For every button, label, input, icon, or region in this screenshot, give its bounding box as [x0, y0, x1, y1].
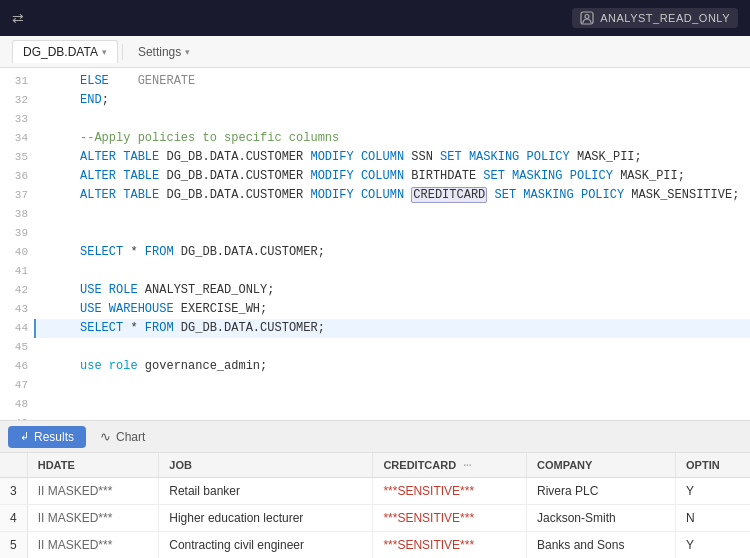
- th-job[interactable]: JOB: [159, 453, 373, 478]
- line-num-39: 39: [0, 224, 36, 242]
- line-content-38: [36, 205, 750, 224]
- code-line-44: 44 SELECT * FROM DG_DB.DATA.CUSTOMER;: [0, 319, 750, 338]
- line-content-32: END;: [36, 91, 750, 110]
- cell-optin-3: Y: [676, 478, 750, 505]
- cell-creditcard-4: ***SENSITIVE***: [373, 505, 527, 532]
- line-num-38: 38: [0, 205, 36, 223]
- results-button[interactable]: ↲ Results: [8, 426, 86, 448]
- cell-job-3: Retail banker: [159, 478, 373, 505]
- results-table: HDATE JOB CREDITCARD ··· COMPANY OPTIN 3…: [0, 453, 750, 558]
- cell-optin-5: Y: [676, 532, 750, 559]
- code-editor[interactable]: 31 ELSE GENERATE 32 END; 33 34 --Apply p…: [0, 68, 750, 420]
- top-bar-left: ⇄: [12, 10, 24, 26]
- user-icon: [580, 11, 594, 25]
- line-content-31: ELSE GENERATE: [36, 72, 750, 91]
- results-table-wrapper: HDATE JOB CREDITCARD ··· COMPANY OPTIN 3…: [0, 452, 750, 558]
- line-content-34: --Apply policies to specific columns: [36, 129, 750, 148]
- code-line-41: 41: [0, 262, 750, 281]
- th-hdate[interactable]: HDATE: [27, 453, 159, 478]
- tab-bar: DG_DB.DATA ▾ Settings ▾: [0, 36, 750, 68]
- results-arrow-icon: ↲: [20, 430, 29, 443]
- code-lines: 31 ELSE GENERATE 32 END; 33 34 --Apply p…: [0, 68, 750, 420]
- tab-separator: [122, 44, 123, 60]
- line-num-40: 40: [0, 243, 36, 261]
- cell-optin-4: N: [676, 505, 750, 532]
- line-num-48: 48: [0, 395, 36, 413]
- code-line-42: 42 USE ROLE ANALYST_READ_ONLY;: [0, 281, 750, 300]
- cell-job-4: Higher education lecturer: [159, 505, 373, 532]
- menu-icon[interactable]: ⇄: [12, 10, 24, 26]
- line-content-37: ALTER TABLE DG_DB.DATA.CUSTOMER MODIFY C…: [36, 186, 750, 205]
- code-line-43: 43 USE WAREHOUSE EXERCISE_WH;: [0, 300, 750, 319]
- col-dots-icon: ···: [463, 460, 471, 471]
- user-badge: ANALYST_READ_ONLY: [572, 8, 738, 28]
- line-num-47: 47: [0, 376, 36, 394]
- cell-company-3: Rivera PLC: [526, 478, 675, 505]
- line-num-35: 35: [0, 148, 36, 166]
- line-content-45: [36, 338, 750, 357]
- user-label: ANALYST_READ_ONLY: [600, 12, 730, 24]
- table-header-row: HDATE JOB CREDITCARD ··· COMPANY OPTIN: [0, 453, 750, 478]
- top-bar: ⇄ ANALYST_READ_ONLY: [0, 0, 750, 36]
- line-content-44: SELECT * FROM DG_DB.DATA.CUSTOMER;: [34, 319, 750, 338]
- chevron-down-icon-2: ▾: [185, 47, 190, 57]
- code-line-36: 36 ALTER TABLE DG_DB.DATA.CUSTOMER MODIF…: [0, 167, 750, 186]
- th-company[interactable]: COMPANY: [526, 453, 675, 478]
- code-line-32: 32 END;: [0, 91, 750, 110]
- line-num-41: 41: [0, 262, 36, 280]
- row-num-3: 3: [0, 478, 27, 505]
- code-line-35: 35 ALTER TABLE DG_DB.DATA.CUSTOMER MODIF…: [0, 148, 750, 167]
- line-num-32: 32: [0, 91, 36, 109]
- th-creditcard[interactable]: CREDITCARD ···: [373, 453, 527, 478]
- line-content-40: SELECT * FROM DG_DB.DATA.CUSTOMER;: [36, 243, 750, 262]
- line-content-49: [36, 414, 750, 420]
- line-num-45: 45: [0, 338, 36, 356]
- results-label: Results: [34, 430, 74, 444]
- tab-dg-db-data[interactable]: DG_DB.DATA ▾: [12, 40, 118, 63]
- th-row-num: [0, 453, 27, 478]
- line-num-49: 49: [0, 414, 36, 420]
- code-line-31: 31 ELSE GENERATE: [0, 72, 750, 91]
- line-content-43: USE WAREHOUSE EXERCISE_WH;: [36, 300, 750, 319]
- line-num-36: 36: [0, 167, 36, 185]
- code-line-45: 45: [0, 338, 750, 357]
- table-row: 3 II MASKED*** Retail banker ***SENSITIV…: [0, 478, 750, 505]
- line-content-42: USE ROLE ANALYST_READ_ONLY;: [36, 281, 750, 300]
- app-container: ⇄ ANALYST_READ_ONLY DG_DB.DATA ▾ Setting…: [0, 0, 750, 558]
- line-content-36: ALTER TABLE DG_DB.DATA.CUSTOMER MODIFY C…: [36, 167, 750, 186]
- chart-button[interactable]: ∿ Chart: [90, 425, 155, 448]
- code-line-46: 46 use role governance_admin;: [0, 357, 750, 376]
- cell-creditcard-3: ***SENSITIVE***: [373, 478, 527, 505]
- cell-hdate-4: II MASKED***: [27, 505, 159, 532]
- line-content-33: [36, 110, 750, 129]
- code-line-33: 33: [0, 110, 750, 129]
- code-line-34: 34 --Apply policies to specific columns: [0, 129, 750, 148]
- line-num-37: 37: [0, 186, 36, 204]
- code-line-47: 47: [0, 376, 750, 395]
- line-content-39: [36, 224, 750, 243]
- chevron-down-icon: ▾: [102, 47, 107, 57]
- cell-creditcard-5: ***SENSITIVE***: [373, 532, 527, 559]
- cell-job-5: Contracting civil engineer: [159, 532, 373, 559]
- tab-settings[interactable]: Settings ▾: [127, 40, 201, 63]
- line-num-31: 31: [0, 72, 36, 90]
- th-optin[interactable]: OPTIN: [676, 453, 750, 478]
- table-row: 5 II MASKED*** Contracting civil enginee…: [0, 532, 750, 559]
- line-num-43: 43: [0, 300, 36, 318]
- cell-company-5: Banks and Sons: [526, 532, 675, 559]
- code-line-38: 38: [0, 205, 750, 224]
- row-num-5: 5: [0, 532, 27, 559]
- code-line-49: 49: [0, 414, 750, 420]
- cell-hdate-5: II MASKED***: [27, 532, 159, 559]
- line-content-35: ALTER TABLE DG_DB.DATA.CUSTOMER MODIFY C…: [36, 148, 750, 167]
- code-line-39: 39: [0, 224, 750, 243]
- svg-point-1: [585, 15, 589, 19]
- bottom-toolbar: ↲ Results ∿ Chart: [0, 420, 750, 452]
- line-content-46: use role governance_admin;: [36, 357, 750, 376]
- table-row: 4 II MASKED*** Higher education lecturer…: [0, 505, 750, 532]
- code-line-40: 40 SELECT * FROM DG_DB.DATA.CUSTOMER;: [0, 243, 750, 262]
- line-num-34: 34: [0, 129, 36, 147]
- line-content-41: [36, 262, 750, 281]
- code-line-48: 48: [0, 395, 750, 414]
- chart-label: Chart: [116, 430, 145, 444]
